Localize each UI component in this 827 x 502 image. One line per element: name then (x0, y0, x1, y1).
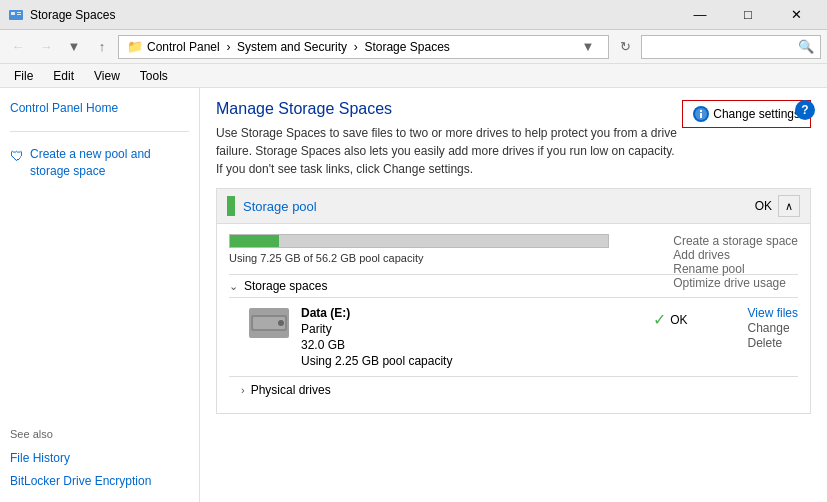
change-settings-button[interactable]: Change settings (682, 100, 811, 128)
pool-header-left: Storage pool (227, 196, 317, 216)
pool-action-create[interactable]: Create a storage space (673, 234, 798, 248)
physical-drives-header[interactable]: › Physical drives (229, 376, 798, 403)
pool-color-bar (227, 196, 235, 216)
change-link[interactable]: Change (748, 321, 798, 335)
space-size: 32.0 GB (301, 338, 623, 352)
main-layout: Control Panel Home 🛡 Create a new pool a… (0, 88, 827, 502)
pool-status-ok-text: OK (755, 199, 772, 213)
sidebar-create-link[interactable]: 🛡 Create a new pool and storage space (10, 146, 189, 180)
shield-icon: 🛡 (10, 147, 24, 167)
content-header-text: Manage Storage Spaces Use Storage Spaces… (216, 100, 682, 178)
space-item: Data (E:) Parity 32.0 GB Using 2.25 GB p… (229, 298, 798, 376)
menu-edit[interactable]: Edit (43, 64, 84, 87)
pool-body-relative: Using 7.25 GB of 56.2 GB pool capacity C… (229, 234, 798, 403)
pool-action-rename[interactable]: Rename pool (673, 262, 798, 276)
close-button[interactable]: ✕ (773, 0, 819, 30)
window-title: Storage Spaces (30, 8, 677, 22)
settings-icon (693, 106, 709, 122)
address-text: Control Panel › System and Security › St… (147, 40, 572, 54)
search-icon: 🔍 (798, 39, 814, 54)
svg-point-9 (278, 320, 284, 326)
menu-view[interactable]: View (84, 64, 130, 87)
maximize-button[interactable]: □ (725, 0, 771, 30)
sidebar-file-history[interactable]: File History (10, 450, 189, 467)
minimize-button[interactable]: — (677, 0, 723, 30)
pool-status: OK ∧ (755, 195, 800, 217)
back-button[interactable]: ← (6, 35, 30, 59)
menu-file[interactable]: File (4, 64, 43, 87)
title-bar: Storage Spaces — □ ✕ (0, 0, 827, 30)
drive-icon (249, 308, 289, 338)
pool-section: Storage pool OK ∧ Using 7.25 GB of 56.2 … (216, 188, 811, 414)
sidebar-divider (10, 131, 189, 132)
change-settings-label: Change settings (713, 107, 800, 121)
content-area: ? Manage Storage Spaces Use Storage Spac… (200, 88, 827, 502)
pool-header: Storage pool OK ∧ (217, 189, 810, 224)
pool-actions: Create a storage space Add drives Rename… (673, 234, 798, 290)
sidebar-bitlocker[interactable]: BitLocker Drive Encryption (10, 473, 189, 490)
view-files-link[interactable]: View files (748, 306, 798, 320)
forward-button[interactable]: → (34, 35, 58, 59)
svg-rect-1 (11, 12, 15, 15)
progress-bar-fill (230, 235, 279, 247)
sidebar-home-link[interactable]: Control Panel Home (10, 100, 189, 117)
see-also-label: See also (10, 428, 189, 440)
pool-title: Storage pool (243, 199, 317, 214)
window-controls: — □ ✕ (677, 0, 819, 30)
search-input[interactable] (648, 40, 798, 54)
address-bar: ← → ▼ ↑ 📁 Control Panel › System and Sec… (0, 30, 827, 64)
space-links: View files Change Delete (748, 306, 798, 350)
menu-bar: File Edit View Tools (0, 64, 827, 88)
space-details: Data (E:) Parity 32.0 GB Using 2.25 GB p… (301, 306, 623, 368)
search-box[interactable]: 🔍 (641, 35, 821, 59)
progress-bar (229, 234, 609, 248)
physical-chevron-icon: › (241, 384, 245, 396)
collapse-button[interactable]: ∧ (778, 195, 800, 217)
space-usage: Using 2.25 GB pool capacity (301, 354, 623, 368)
svg-rect-5 (700, 110, 702, 112)
refresh-button[interactable]: ↻ (613, 35, 637, 59)
up-button[interactable]: ↑ (90, 35, 114, 59)
folder-icon: 📁 (127, 39, 143, 54)
address-box[interactable]: 📁 Control Panel › System and Security › … (118, 35, 609, 59)
svg-rect-3 (17, 14, 21, 15)
svg-rect-2 (17, 12, 21, 13)
pool-action-optimize[interactable]: Optimize drive usage (673, 276, 798, 290)
sidebar-create-label: Create a new pool and storage space (30, 146, 189, 180)
content-description: Use Storage Spaces to save files to two … (216, 124, 682, 178)
spaces-title: Storage spaces (244, 279, 327, 293)
sidebar: Control Panel Home 🛡 Create a new pool a… (0, 88, 200, 502)
space-name: Data (E:) (301, 306, 623, 320)
pool-body: Using 7.25 GB of 56.2 GB pool capacity C… (217, 224, 810, 413)
pool-action-add[interactable]: Add drives (673, 248, 798, 262)
space-status-area: ✓ OK (653, 310, 687, 329)
svg-rect-6 (700, 113, 702, 118)
space-status-check-icon: ✓ (653, 310, 666, 329)
menu-tools[interactable]: Tools (130, 64, 178, 87)
space-type: Parity (301, 322, 623, 336)
delete-link[interactable]: Delete (748, 336, 798, 350)
spaces-chevron-icon: ⌄ (229, 280, 238, 293)
content-title: Manage Storage Spaces (216, 100, 682, 118)
window-icon (8, 7, 24, 23)
space-status-text: OK (670, 313, 687, 327)
physical-drives-label: Physical drives (251, 383, 331, 397)
address-dropdown-button[interactable]: ▼ (576, 35, 600, 59)
help-button[interactable]: ? (795, 100, 815, 120)
content-header: Manage Storage Spaces Use Storage Spaces… (216, 100, 811, 178)
dropdown-button[interactable]: ▼ (62, 35, 86, 59)
